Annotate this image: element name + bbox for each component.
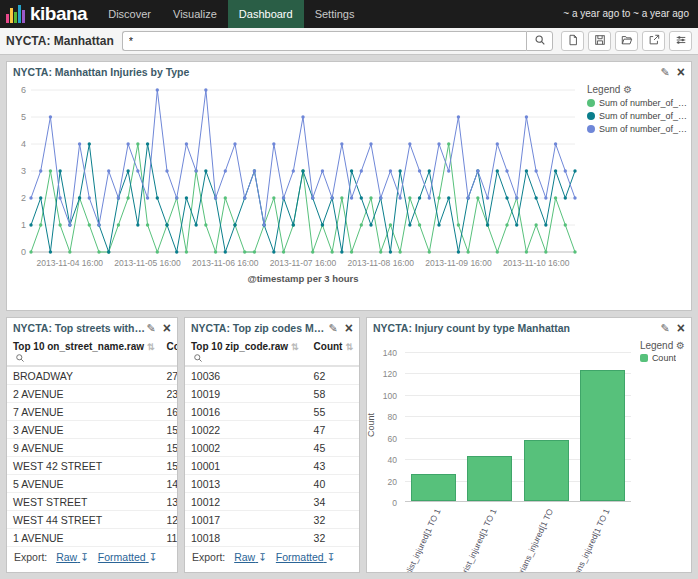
name-cell: WEST 42 STREET xyxy=(7,457,161,475)
legend-label: Sum of number_of_pe... xyxy=(599,124,691,134)
legend-marker xyxy=(587,125,595,133)
panel-header: NYCTA: Manhattan Injuries by Type ✎ × xyxy=(7,62,691,82)
name-cell: 10012 xyxy=(185,493,308,511)
table-row: 5 AVENUE14 xyxy=(7,475,178,493)
count-cell: 55 xyxy=(308,403,359,421)
name-cell: 10013 xyxy=(185,475,308,493)
bar-f_cyclist_injured[1 TO 1[interactable] xyxy=(411,474,456,501)
download-icon: ↧ xyxy=(80,551,89,563)
name-cell: WEST STREET xyxy=(7,493,161,511)
y-tick-label: 40 xyxy=(388,455,397,465)
name-cell: 10018 xyxy=(185,529,308,547)
count-cell: 40 xyxy=(308,475,359,493)
new-document-button[interactable] xyxy=(561,31,584,51)
panel-title: NYCTA: Top zip codes Manhattan xyxy=(191,322,329,334)
kibana-app: kibana DiscoverVisualizeDashboardSetting… xyxy=(0,0,698,579)
panel-title: NYCTA: Injury count by type Manhattan xyxy=(373,322,661,334)
count-cell: 16 xyxy=(161,403,178,421)
count-cell: 14 xyxy=(161,475,178,493)
edit-panel-icon[interactable]: ✎ xyxy=(661,66,670,79)
svg-text:2013-11-05 16:00: 2013-11-05 16:00 xyxy=(114,258,181,268)
search-button[interactable] xyxy=(526,31,553,51)
open-folder-icon xyxy=(621,34,633,49)
x-tick-label: motorist_injured[1 TO 1 xyxy=(452,507,498,573)
name-cell: 9 AVENUE xyxy=(7,439,161,457)
nav-item-settings[interactable]: Settings xyxy=(304,0,366,28)
bar-pedestrians_injured[1 TO[interactable] xyxy=(524,440,569,501)
panel-top-zip-codes: NYCTA: Top zip codes Manhattan ✎ × Top 1… xyxy=(184,317,360,573)
count-cell: 15 xyxy=(161,439,178,457)
close-panel-icon[interactable]: × xyxy=(163,321,171,335)
kibana-logo-bars-icon xyxy=(6,5,25,23)
column-search-icon[interactable] xyxy=(15,353,25,363)
panel-title: NYCTA: Manhattan Injuries by Type xyxy=(13,66,661,78)
sort-icon: ⇅ xyxy=(345,342,353,352)
line-chart-legend: Legend ⚙ Sum of number_of_cy...Sum of nu… xyxy=(585,82,692,292)
open-folder-button[interactable] xyxy=(615,31,638,51)
column-header-count[interactable]: Count⇅ xyxy=(308,338,359,366)
share-button[interactable] xyxy=(642,31,665,51)
svg-text:2013-11-10 16:00: 2013-11-10 16:00 xyxy=(503,258,570,268)
edit-panel-icon[interactable]: ✎ xyxy=(147,322,156,335)
count-cell: 58 xyxy=(308,385,359,403)
name-cell: 10022 xyxy=(185,421,308,439)
count-cell: 13 xyxy=(161,493,178,511)
table-row: 1001655 xyxy=(185,403,359,421)
legend-marker xyxy=(587,112,595,120)
y-tick-label: 60 xyxy=(388,434,397,444)
query-bar xyxy=(122,31,553,51)
legend-item[interactable]: Sum of number_of_pe... xyxy=(587,124,691,134)
y-tick-label: 140 xyxy=(383,348,397,358)
bar-motorist_injured[1 TO 1[interactable] xyxy=(467,456,512,501)
count-cell: 32 xyxy=(308,511,359,529)
name-cell: 10036 xyxy=(185,366,308,385)
edit-panel-icon[interactable]: ✎ xyxy=(329,322,338,335)
query-input[interactable] xyxy=(122,31,526,51)
table-row: WEST 44 STREET12 xyxy=(7,511,178,529)
column-header-street[interactable]: Top 10 on_street_name.raw⇅ xyxy=(7,338,161,366)
download-icon: ↧ xyxy=(258,551,267,563)
time-picker[interactable]: ~ a year ago to ~ a year ago xyxy=(554,0,698,28)
close-panel-icon[interactable]: × xyxy=(677,321,685,335)
nav-item-discover[interactable]: Discover xyxy=(97,0,162,28)
table-row: 2 AVENUE23 xyxy=(7,385,178,403)
filter-button[interactable] xyxy=(669,31,692,51)
x-tick-label: pedestrians_injured[1 TO xyxy=(506,507,555,573)
export-row: Export: Raw ↧ Formatted ↧ xyxy=(7,547,177,567)
svg-text:2013-11-09 16:00: 2013-11-09 16:00 xyxy=(425,258,492,268)
table-row: 1003662 xyxy=(185,366,359,385)
share-icon xyxy=(648,34,660,49)
legend-gear-icon[interactable]: ⚙ xyxy=(623,84,632,95)
export-formatted-link[interactable]: Formatted ↧ xyxy=(98,551,158,563)
close-panel-icon[interactable]: × xyxy=(345,321,353,335)
export-label: Export: xyxy=(14,551,47,563)
export-raw-link[interactable]: Raw ↧ xyxy=(56,551,89,563)
legend-item[interactable]: Sum of number_of_mo... xyxy=(587,111,691,121)
close-panel-icon[interactable]: × xyxy=(677,65,685,79)
name-cell: 10001 xyxy=(185,457,308,475)
name-cell: 10017 xyxy=(185,511,308,529)
nav-item-visualize[interactable]: Visualize xyxy=(162,0,228,28)
table-row: 1000143 xyxy=(185,457,359,475)
edit-panel-icon[interactable]: ✎ xyxy=(661,322,670,335)
column-header-zip[interactable]: Top 10 zip_code.raw⇅ xyxy=(185,338,308,366)
nav-item-dashboard[interactable]: Dashboard xyxy=(228,0,304,28)
column-header-count[interactable]: Count⇅ xyxy=(161,338,178,366)
export-raw-link[interactable]: Raw ↧ xyxy=(234,551,267,563)
svg-text:2013-11-07 16:00: 2013-11-07 16:00 xyxy=(270,258,337,268)
bar-persons_injured[1 TO 1[interactable] xyxy=(580,370,625,501)
column-search-icon[interactable] xyxy=(193,353,203,363)
kibana-logo[interactable]: kibana xyxy=(0,0,97,28)
svg-text:4: 4 xyxy=(21,139,26,149)
table-row: BROADWAY27 xyxy=(7,366,178,385)
zip-codes-table: Top 10 zip_code.raw⇅ Count⇅ 100366210019… xyxy=(185,338,359,547)
y-tick-label: 80 xyxy=(388,412,397,422)
legend-label: Sum of number_of_mo... xyxy=(599,111,691,121)
name-cell: 2 AVENUE xyxy=(7,385,161,403)
legend-item[interactable]: Sum of number_of_cy... xyxy=(587,98,691,108)
name-cell: WEST 44 STREET xyxy=(7,511,161,529)
svg-text:0: 0 xyxy=(21,247,26,257)
save-button[interactable] xyxy=(588,31,611,51)
table-row: 1 AVENUE11 xyxy=(7,529,178,547)
export-formatted-link[interactable]: Formatted ↧ xyxy=(276,551,336,563)
